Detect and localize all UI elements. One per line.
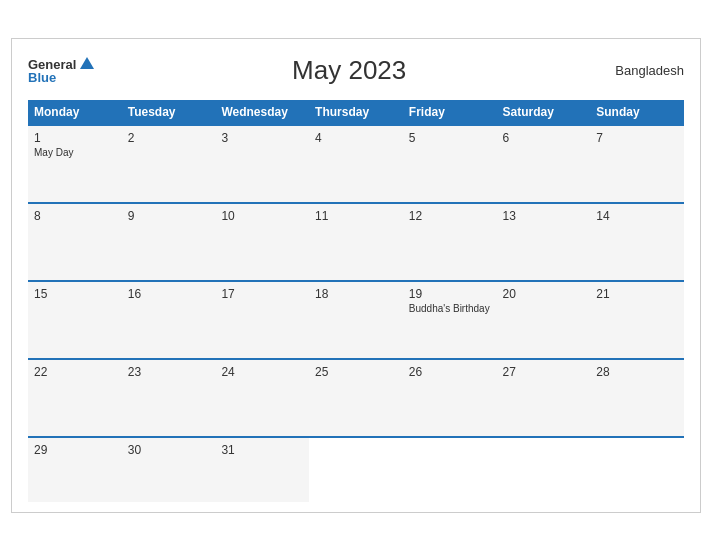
col-thursday: Thursday	[309, 100, 403, 125]
calendar-day-cell: 29	[28, 437, 122, 502]
day-number: 29	[34, 443, 116, 457]
logo-triangle-icon	[80, 57, 94, 69]
calendar-day-cell: 26	[403, 359, 497, 437]
day-number: 23	[128, 365, 210, 379]
calendar-day-cell: 16	[122, 281, 216, 359]
calendar-day-cell: 15	[28, 281, 122, 359]
day-number: 28	[596, 365, 678, 379]
col-saturday: Saturday	[497, 100, 591, 125]
calendar-grid: Monday Tuesday Wednesday Thursday Friday…	[28, 100, 684, 502]
day-number: 11	[315, 209, 397, 223]
calendar-header: General Blue May 2023 Bangladesh	[28, 55, 684, 86]
calendar-day-cell	[309, 437, 403, 502]
day-number: 20	[503, 287, 585, 301]
calendar-day-cell: 19Buddha's Birthday	[403, 281, 497, 359]
day-number: 1	[34, 131, 116, 145]
calendar-country: Bangladesh	[604, 63, 684, 78]
calendar-day-cell	[590, 437, 684, 502]
day-number: 3	[221, 131, 303, 145]
day-event-label: Buddha's Birthday	[409, 303, 491, 314]
calendar-day-cell: 8	[28, 203, 122, 281]
calendar-day-cell	[497, 437, 591, 502]
day-number: 24	[221, 365, 303, 379]
calendar-day-cell: 7	[590, 125, 684, 203]
calendar-week-row: 293031	[28, 437, 684, 502]
day-number: 8	[34, 209, 116, 223]
day-number: 12	[409, 209, 491, 223]
calendar-day-cell: 11	[309, 203, 403, 281]
col-sunday: Sunday	[590, 100, 684, 125]
logo-general-text: General	[28, 58, 76, 71]
day-number: 26	[409, 365, 491, 379]
calendar-title: May 2023	[94, 55, 604, 86]
calendar-day-cell	[403, 437, 497, 502]
day-number: 18	[315, 287, 397, 301]
col-friday: Friday	[403, 100, 497, 125]
day-number: 27	[503, 365, 585, 379]
calendar-day-cell: 21	[590, 281, 684, 359]
calendar-day-cell: 9	[122, 203, 216, 281]
calendar-day-cell: 12	[403, 203, 497, 281]
calendar-day-cell: 31	[215, 437, 309, 502]
calendar-day-cell: 10	[215, 203, 309, 281]
day-number: 7	[596, 131, 678, 145]
col-wednesday: Wednesday	[215, 100, 309, 125]
day-number: 30	[128, 443, 210, 457]
calendar-week-row: 22232425262728	[28, 359, 684, 437]
day-number: 15	[34, 287, 116, 301]
calendar-day-cell: 6	[497, 125, 591, 203]
calendar-day-cell: 4	[309, 125, 403, 203]
logo-blue-text: Blue	[28, 71, 94, 84]
day-number: 6	[503, 131, 585, 145]
calendar-day-cell: 23	[122, 359, 216, 437]
day-number: 31	[221, 443, 303, 457]
day-number: 4	[315, 131, 397, 145]
day-event-label: May Day	[34, 147, 116, 158]
day-number: 21	[596, 287, 678, 301]
day-number: 19	[409, 287, 491, 301]
calendar-week-row: 1May Day234567	[28, 125, 684, 203]
calendar-container: General Blue May 2023 Bangladesh Monday …	[11, 38, 701, 513]
calendar-day-cell: 20	[497, 281, 591, 359]
calendar-day-cell: 18	[309, 281, 403, 359]
calendar-day-cell: 3	[215, 125, 309, 203]
calendar-day-cell: 13	[497, 203, 591, 281]
day-number: 9	[128, 209, 210, 223]
calendar-day-cell: 17	[215, 281, 309, 359]
calendar-day-cell: 2	[122, 125, 216, 203]
calendar-day-cell: 27	[497, 359, 591, 437]
calendar-day-cell: 30	[122, 437, 216, 502]
calendar-day-cell: 28	[590, 359, 684, 437]
logo: General Blue	[28, 57, 94, 84]
day-number: 25	[315, 365, 397, 379]
day-number: 10	[221, 209, 303, 223]
weekday-header-row: Monday Tuesday Wednesday Thursday Friday…	[28, 100, 684, 125]
col-tuesday: Tuesday	[122, 100, 216, 125]
day-number: 14	[596, 209, 678, 223]
day-number: 5	[409, 131, 491, 145]
calendar-day-cell: 25	[309, 359, 403, 437]
calendar-day-cell: 24	[215, 359, 309, 437]
calendar-day-cell: 5	[403, 125, 497, 203]
calendar-week-row: 891011121314	[28, 203, 684, 281]
calendar-day-cell: 1May Day	[28, 125, 122, 203]
calendar-day-cell: 22	[28, 359, 122, 437]
calendar-day-cell: 14	[590, 203, 684, 281]
day-number: 22	[34, 365, 116, 379]
calendar-week-row: 1516171819Buddha's Birthday2021	[28, 281, 684, 359]
day-number: 16	[128, 287, 210, 301]
col-monday: Monday	[28, 100, 122, 125]
day-number: 2	[128, 131, 210, 145]
day-number: 17	[221, 287, 303, 301]
day-number: 13	[503, 209, 585, 223]
